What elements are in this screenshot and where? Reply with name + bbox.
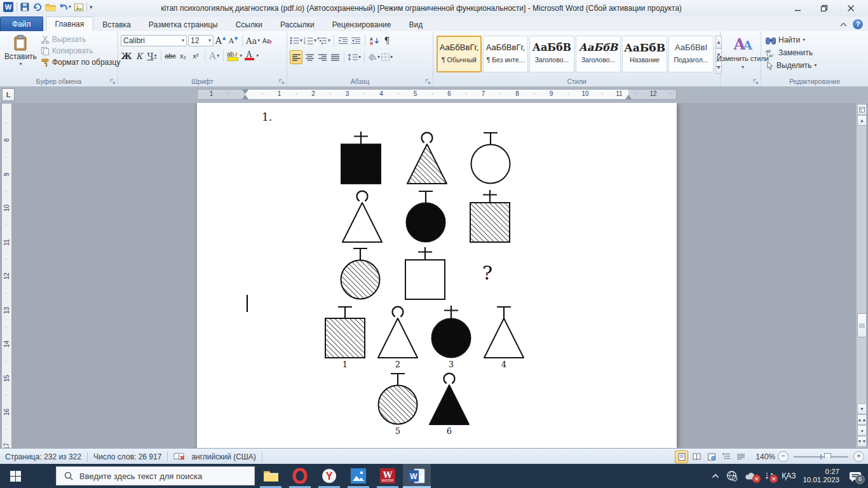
taskbar-app-photos[interactable] [344, 464, 372, 488]
multilevel-list-button[interactable]: ▾ [318, 34, 330, 47]
first-line-indent-marker[interactable] [242, 90, 248, 94]
network-globe-icon[interactable] [726, 470, 738, 482]
language-switcher[interactable]: ҚАЗ [782, 471, 796, 480]
draft-view-button[interactable] [735, 451, 747, 463]
clear-formatting-button[interactable]: Aa [261, 34, 273, 47]
page-indicator[interactable]: Страница: 232 из 322 [5, 452, 81, 461]
tab-Вид[interactable]: Вид [400, 18, 431, 31]
notification-center-icon[interactable]: 6 [849, 471, 862, 482]
zoom-level[interactable]: 140% [756, 452, 775, 461]
superscript-button[interactable]: x² [190, 50, 201, 62]
paste-button[interactable]: Вставить ▾ [3, 33, 39, 76]
clipboard-dialog-launcher[interactable] [110, 79, 116, 85]
minimize-button[interactable] [784, 1, 811, 16]
taskbar-app-explorer[interactable] [257, 464, 285, 488]
sort-button[interactable]: АЯ [369, 34, 380, 47]
bullets-button[interactable]: ▾ [290, 34, 302, 47]
tab-Ссылки[interactable]: Ссылки [227, 18, 271, 31]
scroll-down-arrow[interactable]: ▼ [857, 403, 867, 414]
print-layout-view-button[interactable] [675, 451, 688, 463]
start-button[interactable] [0, 464, 31, 488]
tab-selector[interactable]: L [2, 88, 15, 101]
borders-button[interactable]: ▾ [381, 51, 393, 64]
format-painter-button[interactable]: Формат по образцу [39, 57, 123, 67]
replace-button[interactable]: abac Заменить [764, 48, 866, 58]
sync-error-icon[interactable]: ✕ [764, 471, 775, 480]
search-input[interactable]: Введите здесь текст для поиска [56, 466, 255, 485]
style-card-Заголово...[interactable]: АаБбВЗаголово... [576, 36, 621, 72]
shrink-font-button[interactable]: А▼ [227, 34, 239, 47]
cut-button[interactable]: Вырезать [39, 34, 123, 44]
copy-button[interactable]: Копировать [39, 46, 123, 56]
justify-button[interactable] [329, 51, 341, 64]
style-card-¶ Обычный[interactable]: АаБбВвГг,¶ Обычный [437, 36, 482, 72]
spellcheck-icon[interactable] [173, 452, 186, 461]
previous-page-button[interactable]: ▲▲ [857, 414, 867, 425]
redo-button[interactable] [32, 2, 43, 12]
taskbar-app-opera[interactable] [286, 464, 314, 488]
zoom-out-button[interactable]: − [778, 451, 789, 462]
tab-Рассылки[interactable]: Рассылки [271, 18, 323, 31]
taskbar-clock[interactable]: 0:27 10.01.2023 [803, 468, 839, 484]
select-button[interactable]: Выделить ▾ [764, 60, 866, 71]
paragraph-dialog-launcher[interactable] [425, 79, 431, 85]
zoom-slider-thumb[interactable] [824, 453, 831, 462]
strikethrough-button[interactable]: abc [165, 50, 176, 62]
word-count[interactable]: Число слов: 26 917 [93, 452, 161, 461]
align-right-button[interactable] [316, 51, 328, 64]
shading-button[interactable]: ▾ [368, 51, 380, 64]
numbering-button[interactable]: 123▾ [304, 34, 316, 47]
grow-font-button[interactable]: А▲ [215, 34, 226, 47]
tab-Разметка страницы[interactable]: Разметка страницы [140, 18, 227, 31]
tab-Вставка[interactable]: Вставка [93, 18, 140, 31]
hanging-indent-marker[interactable] [242, 95, 248, 99]
fullscreen-reading-view-button[interactable] [691, 451, 703, 463]
outline-view-button[interactable] [720, 451, 732, 463]
document-page[interactable]: 1. 123456 ? [197, 103, 677, 448]
undo-button[interactable]: ▾ [58, 2, 71, 12]
align-left-button[interactable] [290, 50, 302, 64]
show-marks-button[interactable]: ¶ [381, 34, 393, 47]
decrease-indent-button[interactable] [337, 34, 349, 47]
tray-chevron-up-icon[interactable] [712, 473, 719, 478]
style-card-Название[interactable]: АаБбВНазвание [622, 36, 667, 72]
tab-Рецензирование[interactable]: Рецензирование [323, 18, 400, 31]
style-card-Подзагол...[interactable]: АаБбВвІПодзагол... [668, 36, 714, 72]
zoom-slider[interactable] [794, 456, 848, 458]
italic-button[interactable]: К [133, 50, 145, 62]
font-color-button[interactable]: А [243, 50, 255, 62]
ruler-toggle-button[interactable] [857, 104, 867, 115]
scrollbar-thumb[interactable] [857, 313, 867, 337]
underline-button[interactable]: Ч▾ [146, 50, 158, 62]
next-page-button[interactable]: ▼▼ [857, 436, 867, 447]
subscript-button[interactable]: x₂ [177, 50, 189, 62]
word-logo-icon[interactable]: W [3, 1, 14, 13]
font-dialog-launcher[interactable] [279, 79, 285, 85]
save-button[interactable] [20, 2, 30, 12]
text-effects-button[interactable]: А▾ [208, 50, 220, 62]
change-styles-button[interactable]: АА Изменить стили ▾ [723, 33, 763, 71]
browse-object-button[interactable]: ● [857, 425, 867, 436]
line-spacing-button[interactable]: ▾ [348, 51, 361, 64]
find-button[interactable]: Найти ▾ [764, 35, 866, 45]
vertical-scrollbar[interactable]: ▲ ▼ ▲▲ ● ▼▼ [856, 103, 867, 448]
font-family-select[interactable]: Calibri ▾ [121, 35, 187, 46]
zoom-in-button[interactable]: + [853, 451, 864, 462]
align-center-button[interactable] [304, 51, 315, 64]
increase-indent-button[interactable] [350, 34, 362, 47]
tab-Файл[interactable]: Файл [0, 17, 43, 31]
style-card-¶ Без инте...[interactable]: АаБбВвГг,¶ Без инте... [483, 36, 528, 72]
change-case-button[interactable]: Aa▾ [246, 34, 260, 47]
styles-dialog-launcher[interactable] [753, 79, 759, 85]
web-layout-view-button[interactable] [705, 451, 717, 463]
taskbar-app-pdf-master[interactable]: WMASTER [374, 464, 402, 488]
taskbar-app-word[interactable]: W [403, 464, 431, 488]
language-indicator[interactable]: английский (США) [191, 452, 255, 461]
highlight-button[interactable]: ab [227, 50, 238, 62]
close-button[interactable] [837, 1, 864, 16]
taskbar-app-yandex[interactable]: Y [315, 464, 343, 488]
help-icon[interactable]: ? [853, 19, 863, 29]
open-button[interactable] [45, 3, 56, 12]
restore-button[interactable] [811, 1, 837, 16]
font-size-select[interactable]: 12 ▾ [188, 35, 214, 46]
